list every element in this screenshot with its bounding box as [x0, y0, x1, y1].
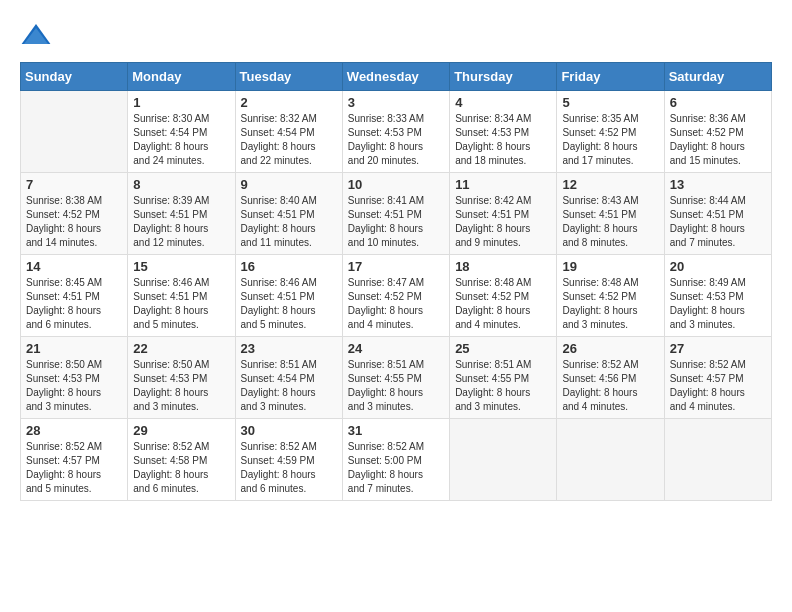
calendar-cell: 12Sunrise: 8:43 AM Sunset: 4:51 PM Dayli…	[557, 173, 664, 255]
day-info: Sunrise: 8:51 AM Sunset: 4:55 PM Dayligh…	[348, 358, 444, 414]
day-info: Sunrise: 8:46 AM Sunset: 4:51 PM Dayligh…	[133, 276, 229, 332]
day-info: Sunrise: 8:51 AM Sunset: 4:55 PM Dayligh…	[455, 358, 551, 414]
calendar-cell: 20Sunrise: 8:49 AM Sunset: 4:53 PM Dayli…	[664, 255, 771, 337]
day-info: Sunrise: 8:45 AM Sunset: 4:51 PM Dayligh…	[26, 276, 122, 332]
day-info: Sunrise: 8:51 AM Sunset: 4:54 PM Dayligh…	[241, 358, 337, 414]
day-number: 8	[133, 177, 229, 192]
day-number: 16	[241, 259, 337, 274]
calendar-cell: 27Sunrise: 8:52 AM Sunset: 4:57 PM Dayli…	[664, 337, 771, 419]
day-info: Sunrise: 8:50 AM Sunset: 4:53 PM Dayligh…	[133, 358, 229, 414]
day-number: 20	[670, 259, 766, 274]
calendar-cell: 7Sunrise: 8:38 AM Sunset: 4:52 PM Daylig…	[21, 173, 128, 255]
calendar-cell: 30Sunrise: 8:52 AM Sunset: 4:59 PM Dayli…	[235, 419, 342, 501]
day-info: Sunrise: 8:42 AM Sunset: 4:51 PM Dayligh…	[455, 194, 551, 250]
day-info: Sunrise: 8:46 AM Sunset: 4:51 PM Dayligh…	[241, 276, 337, 332]
column-header-monday: Monday	[128, 63, 235, 91]
day-number: 17	[348, 259, 444, 274]
calendar-cell: 19Sunrise: 8:48 AM Sunset: 4:52 PM Dayli…	[557, 255, 664, 337]
calendar-cell: 10Sunrise: 8:41 AM Sunset: 4:51 PM Dayli…	[342, 173, 449, 255]
day-info: Sunrise: 8:40 AM Sunset: 4:51 PM Dayligh…	[241, 194, 337, 250]
day-number: 24	[348, 341, 444, 356]
day-info: Sunrise: 8:52 AM Sunset: 4:58 PM Dayligh…	[133, 440, 229, 496]
day-number: 18	[455, 259, 551, 274]
calendar-cell: 8Sunrise: 8:39 AM Sunset: 4:51 PM Daylig…	[128, 173, 235, 255]
day-info: Sunrise: 8:38 AM Sunset: 4:52 PM Dayligh…	[26, 194, 122, 250]
day-info: Sunrise: 8:52 AM Sunset: 4:57 PM Dayligh…	[26, 440, 122, 496]
day-number: 9	[241, 177, 337, 192]
calendar-week-row: 7Sunrise: 8:38 AM Sunset: 4:52 PM Daylig…	[21, 173, 772, 255]
day-number: 26	[562, 341, 658, 356]
day-number: 30	[241, 423, 337, 438]
day-info: Sunrise: 8:48 AM Sunset: 4:52 PM Dayligh…	[455, 276, 551, 332]
calendar-cell: 23Sunrise: 8:51 AM Sunset: 4:54 PM Dayli…	[235, 337, 342, 419]
day-info: Sunrise: 8:33 AM Sunset: 4:53 PM Dayligh…	[348, 112, 444, 168]
day-number: 25	[455, 341, 551, 356]
calendar-cell: 28Sunrise: 8:52 AM Sunset: 4:57 PM Dayli…	[21, 419, 128, 501]
day-info: Sunrise: 8:49 AM Sunset: 4:53 PM Dayligh…	[670, 276, 766, 332]
day-number: 15	[133, 259, 229, 274]
day-info: Sunrise: 8:52 AM Sunset: 4:59 PM Dayligh…	[241, 440, 337, 496]
calendar-cell: 29Sunrise: 8:52 AM Sunset: 4:58 PM Dayli…	[128, 419, 235, 501]
calendar-cell	[21, 91, 128, 173]
day-info: Sunrise: 8:47 AM Sunset: 4:52 PM Dayligh…	[348, 276, 444, 332]
page-header	[20, 20, 772, 52]
day-info: Sunrise: 8:30 AM Sunset: 4:54 PM Dayligh…	[133, 112, 229, 168]
calendar-cell: 9Sunrise: 8:40 AM Sunset: 4:51 PM Daylig…	[235, 173, 342, 255]
day-number: 29	[133, 423, 229, 438]
column-header-sunday: Sunday	[21, 63, 128, 91]
column-header-saturday: Saturday	[664, 63, 771, 91]
column-header-tuesday: Tuesday	[235, 63, 342, 91]
calendar-week-row: 28Sunrise: 8:52 AM Sunset: 4:57 PM Dayli…	[21, 419, 772, 501]
calendar-cell: 26Sunrise: 8:52 AM Sunset: 4:56 PM Dayli…	[557, 337, 664, 419]
day-info: Sunrise: 8:50 AM Sunset: 4:53 PM Dayligh…	[26, 358, 122, 414]
calendar-cell	[557, 419, 664, 501]
calendar-week-row: 1Sunrise: 8:30 AM Sunset: 4:54 PM Daylig…	[21, 91, 772, 173]
calendar-cell: 3Sunrise: 8:33 AM Sunset: 4:53 PM Daylig…	[342, 91, 449, 173]
calendar-cell: 6Sunrise: 8:36 AM Sunset: 4:52 PM Daylig…	[664, 91, 771, 173]
calendar-cell: 31Sunrise: 8:52 AM Sunset: 5:00 PM Dayli…	[342, 419, 449, 501]
day-info: Sunrise: 8:36 AM Sunset: 4:52 PM Dayligh…	[670, 112, 766, 168]
calendar-cell	[450, 419, 557, 501]
day-number: 21	[26, 341, 122, 356]
calendar-cell: 16Sunrise: 8:46 AM Sunset: 4:51 PM Dayli…	[235, 255, 342, 337]
calendar-cell	[664, 419, 771, 501]
calendar-week-row: 21Sunrise: 8:50 AM Sunset: 4:53 PM Dayli…	[21, 337, 772, 419]
column-header-friday: Friday	[557, 63, 664, 91]
logo-icon	[20, 20, 52, 52]
calendar-cell: 14Sunrise: 8:45 AM Sunset: 4:51 PM Dayli…	[21, 255, 128, 337]
day-number: 11	[455, 177, 551, 192]
calendar-cell: 2Sunrise: 8:32 AM Sunset: 4:54 PM Daylig…	[235, 91, 342, 173]
day-number: 3	[348, 95, 444, 110]
day-number: 22	[133, 341, 229, 356]
logo	[20, 20, 56, 52]
calendar-cell: 1Sunrise: 8:30 AM Sunset: 4:54 PM Daylig…	[128, 91, 235, 173]
calendar-cell: 13Sunrise: 8:44 AM Sunset: 4:51 PM Dayli…	[664, 173, 771, 255]
day-info: Sunrise: 8:48 AM Sunset: 4:52 PM Dayligh…	[562, 276, 658, 332]
day-info: Sunrise: 8:34 AM Sunset: 4:53 PM Dayligh…	[455, 112, 551, 168]
day-number: 28	[26, 423, 122, 438]
day-info: Sunrise: 8:52 AM Sunset: 5:00 PM Dayligh…	[348, 440, 444, 496]
day-info: Sunrise: 8:39 AM Sunset: 4:51 PM Dayligh…	[133, 194, 229, 250]
day-number: 1	[133, 95, 229, 110]
calendar-cell: 22Sunrise: 8:50 AM Sunset: 4:53 PM Dayli…	[128, 337, 235, 419]
calendar-cell: 24Sunrise: 8:51 AM Sunset: 4:55 PM Dayli…	[342, 337, 449, 419]
day-number: 2	[241, 95, 337, 110]
calendar-cell: 17Sunrise: 8:47 AM Sunset: 4:52 PM Dayli…	[342, 255, 449, 337]
day-number: 14	[26, 259, 122, 274]
calendar-header-row: SundayMondayTuesdayWednesdayThursdayFrid…	[21, 63, 772, 91]
calendar-cell: 5Sunrise: 8:35 AM Sunset: 4:52 PM Daylig…	[557, 91, 664, 173]
day-info: Sunrise: 8:43 AM Sunset: 4:51 PM Dayligh…	[562, 194, 658, 250]
day-number: 19	[562, 259, 658, 274]
day-number: 10	[348, 177, 444, 192]
calendar-cell: 18Sunrise: 8:48 AM Sunset: 4:52 PM Dayli…	[450, 255, 557, 337]
calendar-cell: 25Sunrise: 8:51 AM Sunset: 4:55 PM Dayli…	[450, 337, 557, 419]
column-header-thursday: Thursday	[450, 63, 557, 91]
day-number: 6	[670, 95, 766, 110]
day-info: Sunrise: 8:44 AM Sunset: 4:51 PM Dayligh…	[670, 194, 766, 250]
day-number: 23	[241, 341, 337, 356]
day-info: Sunrise: 8:35 AM Sunset: 4:52 PM Dayligh…	[562, 112, 658, 168]
day-info: Sunrise: 8:32 AM Sunset: 4:54 PM Dayligh…	[241, 112, 337, 168]
calendar-week-row: 14Sunrise: 8:45 AM Sunset: 4:51 PM Dayli…	[21, 255, 772, 337]
day-number: 13	[670, 177, 766, 192]
calendar-cell: 21Sunrise: 8:50 AM Sunset: 4:53 PM Dayli…	[21, 337, 128, 419]
